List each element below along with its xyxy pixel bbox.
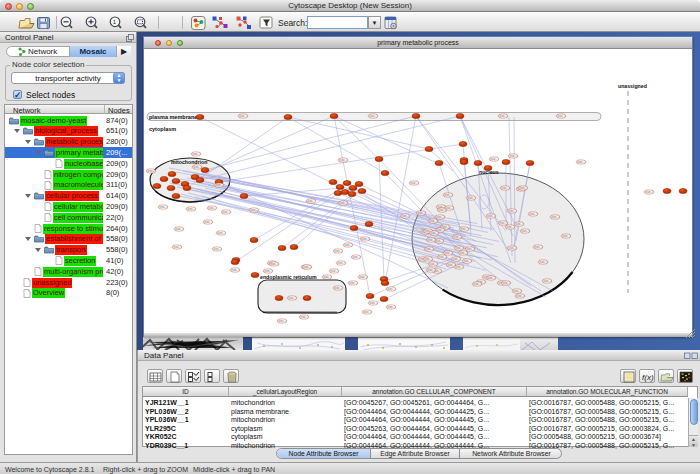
svg-text:(xxx..): (xxx..) [250,208,258,212]
svg-text:(xxx..): (xxx..) [217,231,225,235]
svg-text:(xxx..): (xxx..) [516,294,524,298]
svg-text:(xxx..): (xxx..) [410,181,418,185]
svg-text:(xxx..): (xxx..) [401,214,409,218]
svg-text:(xxx..): (xxx..) [490,157,498,161]
svg-text:(xxx..): (xxx..) [349,281,357,285]
svg-text:(xxx..): (xxx..) [508,209,516,213]
svg-text:(xxx..): (xxx..) [519,186,527,190]
svg-text:(xxx..): (xxx..) [447,263,455,267]
svg-text:(xxx..): (xxx..) [424,257,432,261]
svg-text:(xxx..): (xxx..) [455,265,463,269]
svg-text:(xxx..): (xxx..) [264,269,272,273]
svg-text:(xxx..): (xxx..) [173,245,181,249]
svg-text:(xxx..): (xxx..) [460,227,468,231]
svg-text:plasma membrane: plasma membrane [149,114,197,120]
svg-text:(xxx..): (xxx..) [501,186,509,190]
svg-text:(xxx..): (xxx..) [231,268,239,272]
svg-text:(xxx..): (xxx..) [417,211,425,215]
svg-text:(xxx..): (xxx..) [515,222,523,226]
svg-text:(xxx..): (xxx..) [208,206,216,210]
svg-text:(xxx..): (xxx..) [303,265,311,269]
svg-text:(xxx..): (xxx..) [425,247,433,251]
svg-text:cytoplasm: cytoplasm [149,126,176,132]
svg-text:(xxx..): (xxx..) [430,231,438,235]
svg-text:(xxx..): (xxx..) [429,219,437,223]
svg-text:mitochondrion: mitochondrion [171,159,207,165]
svg-text:unassigned: unassigned [618,83,647,89]
svg-text:(xxx..): (xxx..) [288,296,296,300]
svg-text:(xxx..): (xxx..) [502,281,510,285]
svg-text:(xxx..): (xxx..) [509,154,517,158]
svg-text:(xxx..): (xxx..) [445,206,453,210]
svg-text:(xxx..): (xxx..) [344,243,352,247]
svg-text:(xxx..): (xxx..) [645,190,653,194]
svg-text:(xxx..): (xxx..) [204,220,212,224]
svg-text:(xxx..): (xxx..) [513,289,521,293]
svg-text:endoplasmic reticulum: endoplasmic reticulum [260,274,317,280]
svg-text:(xxx..): (xxx..) [369,301,377,305]
svg-text:(xxx..): (xxx..) [506,225,514,229]
svg-text:(xxx..): (xxx..) [330,269,338,273]
svg-text:(xxx..): (xxx..) [577,160,585,164]
svg-text:(xxx..): (xxx..) [466,247,474,251]
svg-text:(xxx..): (xxx..) [323,275,331,279]
svg-text:(xxx..): (xxx..) [334,249,342,253]
svg-text:(xxx..): (xxx..) [175,227,183,231]
svg-text:(xxx..): (xxx..) [215,183,223,187]
svg-text:(xxx..): (xxx..) [453,235,461,239]
svg-text:(xxx..): (xxx..) [213,247,221,251]
svg-text:(xxx..): (xxx..) [459,251,467,255]
svg-text:(xxx..): (xxx..) [444,193,452,197]
svg-text:(xxx..): (xxx..) [452,257,460,261]
svg-text:(xxx..): (xxx..) [159,205,167,209]
svg-text:(xxx..): (xxx..) [427,268,435,272]
svg-text:(xxx..): (xxx..) [387,287,395,291]
svg-text:(xxx..): (xxx..) [435,239,443,243]
svg-text:(xxx..): (xxx..) [534,245,542,249]
svg-text:(xxx..): (xxx..) [499,114,507,118]
svg-text:(xxx..): (xxx..) [543,279,551,283]
svg-text:(xxx..): (xxx..) [436,215,444,219]
svg-text:(xxx..): (xxx..) [339,158,347,162]
svg-text:(xxx..): (xxx..) [239,114,247,118]
svg-text:(xxx..): (xxx..) [562,234,570,238]
svg-text:(xxx..): (xxx..) [467,196,475,200]
svg-text:(xxx..): (xxx..) [487,276,495,280]
svg-text:(xxx..): (xxx..) [187,207,195,211]
svg-text:(xxx..): (xxx..) [438,255,446,259]
svg-text:(xxx..): (xxx..) [300,315,308,319]
svg-text:(xxx..): (xxx..) [455,246,463,250]
svg-text:(xxx..): (xxx..) [557,114,565,118]
svg-text:(xxx..): (xxx..) [222,210,230,214]
svg-text:(xxx..): (xxx..) [363,310,371,314]
svg-text:(xxx..): (xxx..) [444,251,452,255]
svg-text:(xxx..): (xxx..) [551,215,559,219]
svg-text:(xxx..): (xxx..) [147,169,155,173]
svg-text:(xxx..): (xxx..) [521,229,529,233]
svg-text:(xxx..): (xxx..) [539,260,547,264]
svg-text:(xxx..): (xxx..) [508,246,516,250]
svg-text:(xxx..): (xxx..) [192,152,200,156]
svg-text:(xxx..): (xxx..) [387,305,395,309]
svg-text:f(x): f(x) [642,373,654,382]
svg-text:(xxx..): (xxx..) [473,282,481,286]
svg-text:(xxx..): (xxx..) [193,165,201,169]
svg-text:(xxx..): (xxx..) [427,238,435,242]
svg-text:(xxx..): (xxx..) [487,214,495,218]
svg-text:(xxx..): (xxx..) [337,261,345,265]
svg-text:(xxx..): (xxx..) [463,259,471,263]
svg-text:(xxx..): (xxx..) [270,262,278,266]
svg-text:(xxx..): (xxx..) [361,237,369,241]
svg-text:(xxx..): (xxx..) [429,262,437,266]
svg-text:(xxx..): (xxx..) [307,199,315,203]
svg-text:(xxx..): (xxx..) [339,201,347,205]
svg-text:(xxx..): (xxx..) [359,275,367,279]
svg-text:(xxx..): (xxx..) [529,212,537,216]
svg-text:(xxx..): (xxx..) [369,114,377,118]
svg-text:(xxx..): (xxx..) [278,319,286,323]
svg-text:(xxx..): (xxx..) [352,255,360,259]
svg-text:(xxx..): (xxx..) [334,286,342,290]
